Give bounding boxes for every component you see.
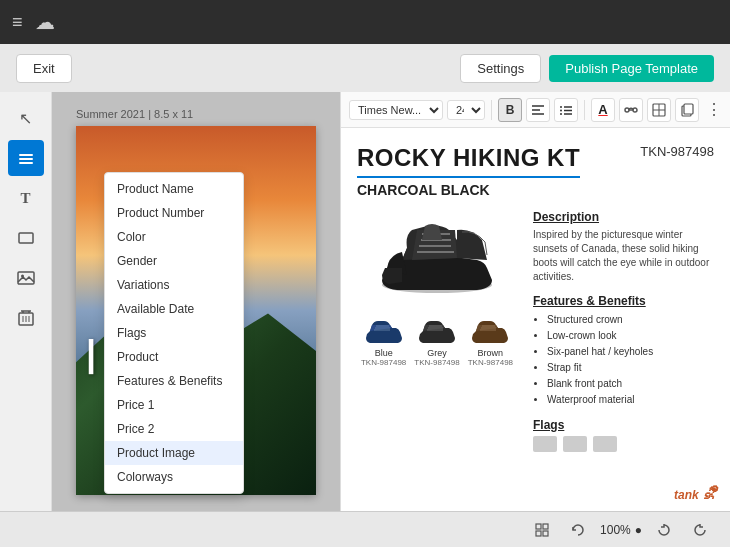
features-title: Features & Benefits [533, 294, 714, 308]
dropdown-item-features[interactable]: Features & Benefits [105, 369, 243, 393]
flags-title: Flags [533, 418, 714, 432]
refresh-icon [571, 523, 585, 537]
table-button[interactable] [647, 98, 671, 122]
zoom-level: 100% [600, 523, 631, 537]
refresh-tool[interactable] [564, 516, 592, 544]
link-icon [624, 105, 638, 115]
svg-rect-22 [625, 108, 629, 112]
grid-icon [535, 523, 549, 537]
dropdown-item-flags[interactable]: Flags [105, 321, 243, 345]
menu-icon[interactable]: ≡ [12, 12, 23, 33]
tank-logo: tank ⛐ [674, 485, 718, 503]
svg-point-16 [560, 106, 562, 108]
settings-button[interactable]: Settings [460, 54, 541, 83]
flag-3 [593, 436, 617, 452]
editor-toolbar: Times New... 24 B [341, 92, 730, 128]
canvas-area: Summer 2021 | 8.5 x 11 | 2022 Product Na… [52, 92, 340, 511]
variant-blue: Blue TKN-987498 [361, 318, 406, 367]
svg-rect-2 [19, 162, 33, 164]
variant-brown: Brown TKN-987498 [468, 318, 513, 367]
variant-blue-sku: TKN-987498 [361, 358, 406, 367]
field-dropdown: Product Name Product Number Color Gender… [104, 172, 244, 494]
dropdown-item-gender[interactable]: Gender [105, 249, 243, 273]
tank-logo-icon: ⛐ [702, 485, 718, 502]
toolbar-left: Exit [16, 54, 72, 83]
image-tool[interactable] [8, 260, 44, 296]
dropdown-item-product-number[interactable]: Product Number [105, 201, 243, 225]
shoe-variants: Blue TKN-987498 Grey [361, 318, 513, 367]
tank-brand-text: tank [674, 488, 699, 502]
feature-1: Structured crown [547, 312, 714, 328]
undo-icon [657, 523, 671, 537]
text-color-button[interactable]: A [591, 98, 615, 122]
grid-tool[interactable] [528, 516, 556, 544]
variant-grey-sku: TKN-987498 [414, 358, 459, 367]
exit-button[interactable]: Exit [16, 54, 72, 83]
dropdown-item-available-date[interactable]: Available Date [105, 297, 243, 321]
more-options-button[interactable]: ⋮ [706, 100, 722, 119]
dropdown-item-product[interactable]: Product [105, 345, 243, 369]
main-shoe-image [367, 210, 507, 310]
variant-brown-image [468, 318, 512, 348]
flags-row [533, 436, 714, 452]
font-family-select[interactable]: Times New... [349, 100, 443, 120]
toolbar-separator-1 [491, 100, 492, 120]
redo-tool[interactable] [686, 516, 714, 544]
product-color: CHARCOAL BLACK [357, 182, 714, 198]
publish-button[interactable]: Publish Page Template [549, 55, 714, 82]
product-header: ROCKY HIKING KT TKN-987498 [357, 144, 714, 178]
text-tool[interactable]: T [8, 180, 44, 216]
link-button[interactable] [619, 98, 643, 122]
variant-brown-sku: TKN-987498 [468, 358, 513, 367]
dropdown-item-product-name[interactable]: Product Name [105, 177, 243, 201]
list-button[interactable] [554, 98, 578, 122]
svg-rect-44 [536, 524, 541, 529]
feature-5: Blank front patch [547, 376, 714, 392]
svg-rect-23 [633, 108, 637, 112]
trash-tool[interactable] [8, 300, 44, 336]
svg-rect-47 [543, 531, 548, 536]
zoom-icon: ● [635, 523, 642, 537]
svg-rect-1 [19, 158, 33, 160]
layers-tool[interactable] [8, 140, 44, 176]
select-tool[interactable]: ↖ [8, 100, 44, 136]
zoom-display: 100% ● [600, 523, 642, 537]
dropdown-item-colorways[interactable]: Colorways [105, 465, 243, 489]
svg-rect-3 [19, 233, 33, 243]
variant-grey: Grey TKN-987498 [414, 318, 459, 367]
svg-rect-46 [536, 531, 541, 536]
svg-point-18 [560, 113, 562, 115]
rectangle-tool[interactable] [8, 220, 44, 256]
flag-1 [533, 436, 557, 452]
dropdown-item-color[interactable]: Color [105, 225, 243, 249]
description-text: Inspired by the picturesque winter sunse… [533, 228, 714, 284]
bold-button[interactable]: B [498, 98, 522, 122]
font-size-select[interactable]: 24 [447, 100, 485, 120]
flag-2 [563, 436, 587, 452]
dropdown-item-price2[interactable]: Price 2 [105, 417, 243, 441]
svg-rect-0 [19, 154, 33, 156]
cloud-icon: ☁ [35, 10, 55, 34]
product-body: Blue TKN-987498 Grey [357, 210, 714, 452]
align-left-icon [532, 105, 544, 115]
undo-tool[interactable] [650, 516, 678, 544]
layers-icon [17, 149, 35, 167]
svg-rect-29 [684, 104, 693, 114]
feature-3: Six-panel hat / keyholes [547, 344, 714, 360]
svg-rect-45 [543, 524, 548, 529]
dropdown-item-product-image[interactable]: Product Image [105, 441, 243, 465]
copy-button[interactable] [675, 98, 699, 122]
variant-grey-image [415, 318, 459, 348]
variant-grey-name: Grey [427, 348, 447, 358]
redo-icon [693, 523, 707, 537]
bottom-bar: 100% ● [0, 511, 730, 547]
product-name: ROCKY HIKING KT [357, 144, 580, 178]
left-sidebar: ↖ T [0, 92, 52, 511]
dropdown-item-price1[interactable]: Price 1 [105, 393, 243, 417]
dropdown-item-variations[interactable]: Variations [105, 273, 243, 297]
align-left-button[interactable] [526, 98, 550, 122]
topbar: ≡ ☁ [0, 0, 730, 44]
features-list: Structured crown Low-crown look Six-pane… [533, 312, 714, 408]
variant-blue-image [362, 318, 406, 348]
copy-icon [681, 103, 694, 117]
